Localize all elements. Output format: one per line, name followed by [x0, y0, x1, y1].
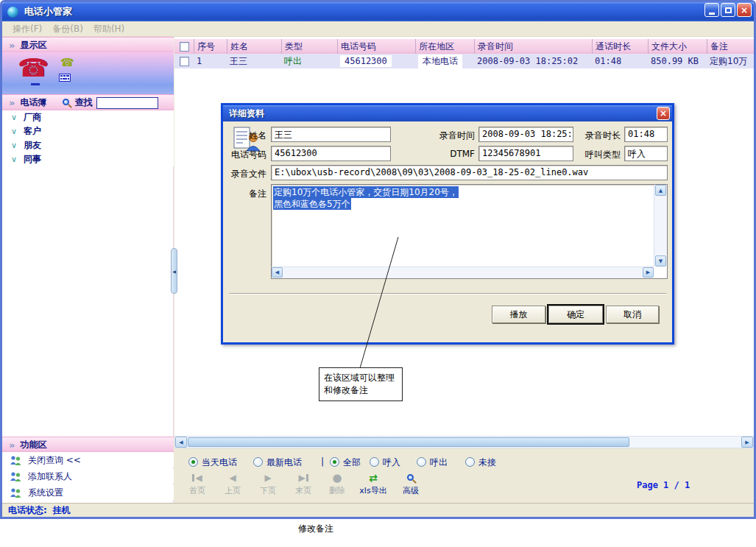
column-header-type[interactable]: 类型 [281, 39, 337, 54]
section-header-display[interactable]: » 显示区 [2, 37, 174, 52]
next-page-icon: ▶ [251, 472, 285, 484]
dialog-separator [229, 293, 666, 294]
row-checkbox[interactable] [180, 57, 189, 66]
nav-prev-page-button[interactable]: ◀ 上页 [216, 472, 250, 496]
scroll-up-button[interactable]: ▲ [655, 185, 666, 196]
header-checkbox-cell [174, 39, 194, 54]
splitter-arrow-icon: ◀ [172, 269, 176, 274]
radio-latest[interactable] [253, 457, 263, 467]
dialog-title-bar: 详细资料 [223, 105, 672, 121]
radio-latest-label[interactable]: 最新电话 [266, 456, 302, 469]
column-header-phone[interactable]: 电话号码 [337, 39, 415, 54]
column-header-size[interactable]: 文件大小 [648, 39, 707, 54]
ok-button[interactable]: 确定 [548, 306, 603, 323]
chevron-down-icon: ∨ [11, 155, 17, 164]
section-header-phonebook[interactable]: » 电话簿 查找 [2, 94, 174, 110]
function-item-label: 添加联系人 [28, 470, 72, 483]
column-header-seq[interactable]: 序号 [194, 39, 227, 54]
rec-length-field[interactable]: 01:48 [624, 127, 668, 142]
maximize-button[interactable] [721, 3, 735, 17]
radio-missed[interactable] [465, 457, 475, 467]
cell-time: 2008-09-03 18:25:02 [474, 54, 592, 68]
phone-field[interactable]: 45612300 [271, 146, 391, 161]
name-label: 姓名 [228, 130, 266, 142]
function-item-close-query[interactable]: 关闭查询 << [2, 453, 174, 467]
name-field[interactable]: 王三 [271, 127, 391, 142]
scroll-right-button[interactable]: ▶ [643, 267, 654, 278]
rec-file-label: 录音文件 [228, 168, 266, 180]
rec-time-field[interactable]: 2008-09-03 18:25:02 [478, 127, 573, 142]
radio-all-label[interactable]: 全部 [343, 456, 361, 469]
dialog-close-button[interactable]: × [657, 107, 670, 120]
cell-type: 呼出 [281, 54, 337, 68]
scroll-down-button[interactable]: ▼ [655, 255, 666, 267]
table-row[interactable]: 1 王三 呼出 45612300 本地电话 2008-09-03 18:25:0… [174, 54, 754, 68]
minimize-button[interactable] [704, 3, 719, 17]
sidebar-collapse-splitter[interactable]: ◀ [171, 248, 177, 294]
annotation-text-line1: 在该区域可以整理 [324, 372, 398, 384]
radio-incoming-label[interactable]: 呼入 [383, 456, 400, 469]
note-label: 备注 [228, 188, 266, 200]
close-button[interactable]: × [737, 3, 752, 17]
radio-incoming[interactable] [370, 457, 379, 467]
dtmf-label: DTMF [412, 149, 475, 159]
note-textarea[interactable]: 定购10万个电话小管家，交货日期10月20号， 黑色和蓝色各5万个 ▲ ▼ ◀ … [271, 184, 668, 279]
radio-missed-label[interactable]: 未接 [478, 456, 496, 469]
column-header-area[interactable]: 所在地区 [415, 39, 474, 54]
minimize-icon [709, 13, 715, 15]
radio-outgoing[interactable] [417, 457, 426, 467]
rec-file-field[interactable]: E:\ubox\usb-record\2008\09\03\2008-09-03… [271, 165, 668, 180]
function-item-add-contact[interactable]: 添加联系人 [2, 469, 174, 484]
phonebook-section-label: 电话簿 [20, 96, 46, 109]
nav-last-page-button[interactable]: ▶ 末页 [286, 472, 320, 496]
dtmf-field[interactable]: 12345678901 [478, 146, 573, 161]
annotation-text-line2: 和修改备注 [324, 384, 398, 397]
play-button[interactable]: 播放 [492, 306, 545, 323]
radio-all[interactable] [330, 457, 339, 467]
tree-item-label: 朋友 [24, 139, 41, 152]
column-header-note[interactable]: 备注 [707, 39, 754, 54]
nav-next-label: 下页 [251, 485, 285, 496]
arrow-up-icon: ▲ [659, 188, 663, 194]
column-header-duration[interactable]: 通话时长 [592, 39, 648, 54]
section-header-functions[interactable]: » 功能区 [2, 437, 174, 452]
screenshot-stage: 电话小管家 × 操作(F) 备份(B) 帮助(H) » 显示区 ☎ ☎ » 电话… [0, 0, 756, 547]
menu-item-help[interactable]: 帮助(H) [93, 23, 124, 35]
cancel-button[interactable]: 取消 [606, 306, 659, 323]
radio-outgoing-label[interactable]: 呼出 [430, 456, 448, 469]
nav-delete-button[interactable]: ● 删除 [320, 472, 354, 496]
note-vertical-scrollbar[interactable]: ▲ ▼ [654, 185, 667, 267]
column-header-name[interactable]: 姓名 [227, 39, 281, 54]
phone-dash-decoration [31, 83, 40, 85]
arrow-down-icon: ▼ [659, 258, 663, 264]
nav-export-xls-button[interactable]: ⇄ xls导出 [354, 472, 392, 496]
scroll-right-button[interactable]: ▶ [741, 437, 753, 448]
red-phone-icon: ☎ [18, 53, 49, 82]
column-header-time[interactable]: 录音时间 [474, 39, 592, 54]
scroll-left-button[interactable]: ◀ [272, 267, 283, 278]
tree-item-vendors[interactable]: ∨ 厂商 [2, 110, 174, 124]
tree-item-label: 客户 [24, 125, 41, 138]
tree-item-friends[interactable]: ∨ 朋友 [2, 138, 174, 152]
scroll-left-button[interactable]: ◀ [175, 437, 187, 448]
function-item-system-settings[interactable]: 系统设置 [2, 485, 174, 500]
scrollbar-thumb[interactable] [188, 437, 629, 447]
nav-next-page-button[interactable]: ▶ 下页 [251, 472, 285, 496]
table-header: 序号 姓名 类型 电话号码 所在地区 录音时间 通话时长 文件大小 备注 [174, 39, 754, 54]
nav-first-page-button[interactable]: ◀ 首页 [180, 472, 214, 496]
call-type-field[interactable]: 呼入 [624, 146, 668, 161]
radio-today[interactable] [188, 457, 198, 467]
tree-item-customers[interactable]: ∨ 客户 [2, 124, 174, 138]
tree-item-colleagues[interactable]: ∨ 同事 [2, 152, 174, 166]
search-input[interactable] [96, 97, 158, 109]
menu-item-operate[interactable]: 操作(F) [13, 23, 42, 35]
menu-item-backup[interactable]: 备份(B) [52, 23, 83, 35]
nav-advanced-label: 高级 [394, 485, 428, 496]
small-phone-icon: ☎ [60, 56, 74, 69]
nav-advanced-button[interactable]: 高级 [394, 472, 428, 496]
table-horizontal-scrollbar[interactable]: ◀ ▶ [174, 436, 754, 448]
select-all-checkbox[interactable] [180, 42, 189, 52]
note-horizontal-scrollbar[interactable]: ◀ ▶ [272, 267, 654, 278]
radio-today-label[interactable]: 当天电话 [202, 456, 237, 469]
cell-phone: 45612300 [337, 54, 415, 68]
